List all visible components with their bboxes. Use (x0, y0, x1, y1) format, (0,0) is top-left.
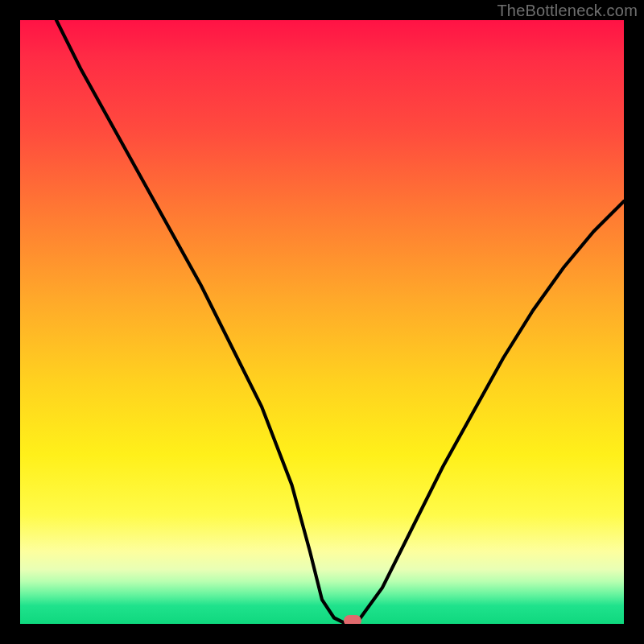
optimum-marker (344, 615, 361, 624)
plot-area (20, 20, 624, 624)
bottleneck-curve-path (56, 20, 624, 624)
chart-frame: TheBottleneck.com (0, 0, 644, 644)
curve-svg (20, 20, 624, 624)
watermark-label: TheBottleneck.com (497, 2, 638, 20)
